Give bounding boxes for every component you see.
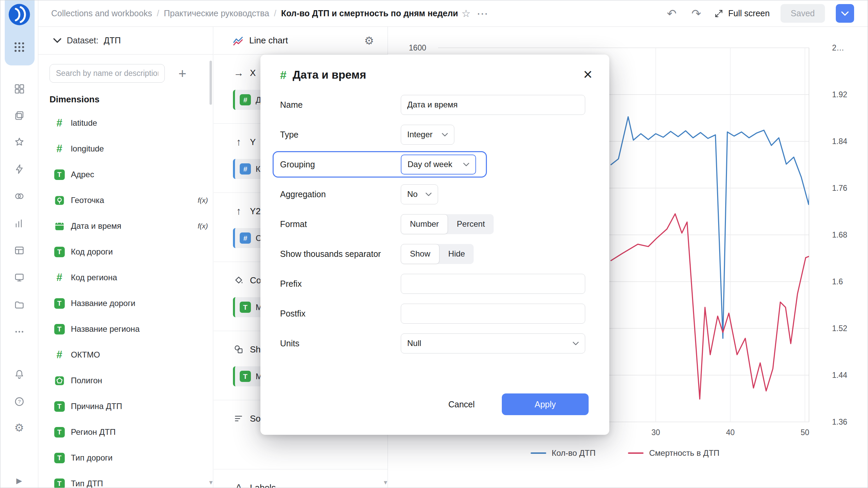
sidebar-item-apps-grid[interactable] — [11, 81, 27, 97]
axis-y-icon: ↑ — [233, 136, 244, 148]
dataset-field[interactable]: #longitude — [38, 136, 210, 162]
favorites-icon — [14, 137, 25, 147]
notifications-icon — [14, 369, 25, 380]
sidebar-item-functions[interactable] — [11, 161, 27, 177]
datasets-icon — [14, 191, 25, 202]
prefix-field[interactable] — [401, 274, 585, 294]
dataset-field[interactable]: #Код региона — [38, 265, 210, 290]
field-name: Код дороги — [71, 247, 113, 257]
field-name: latitude — [71, 118, 97, 128]
dataset-field[interactable]: TПричина ДТП — [38, 393, 210, 419]
sidebar-item-datasets[interactable] — [11, 188, 27, 204]
dataset-field[interactable]: Геоточкаf(x) — [38, 187, 210, 213]
field-name: Название дороги — [71, 299, 135, 308]
field-settings-dialog: # Дата и время × Name Type Integer Group… — [260, 55, 609, 435]
prefix-label: Prefix — [280, 279, 401, 289]
dataset-selector[interactable]: Dataset: ДТП — [38, 27, 213, 55]
redo-button[interactable]: ↷ — [689, 7, 703, 20]
section-label: X — [250, 68, 256, 78]
legend-item[interactable]: Кол-во ДТП — [531, 448, 595, 458]
prefix-row: Prefix — [280, 269, 589, 299]
storage-icon — [14, 299, 25, 310]
apps-menu-icon[interactable] — [13, 40, 26, 54]
chevron-down-icon — [442, 133, 448, 137]
chevron-down-icon — [573, 342, 579, 345]
field-name: Тип ДТП — [71, 479, 103, 488]
dataset-field[interactable]: TНазвание дороги — [38, 290, 210, 316]
sidebar-item-settings[interactable]: ⚙ — [11, 420, 27, 436]
apps-grid-icon — [14, 83, 25, 94]
chart-settings-gear-icon[interactable]: ⚙ — [362, 34, 376, 47]
text-field-icon: T — [53, 401, 65, 412]
separator-option-show[interactable]: Show — [401, 244, 439, 264]
sidebar-item-notifications[interactable] — [11, 366, 27, 383]
search-input[interactable] — [50, 64, 165, 83]
sidebar-item-help[interactable]: ? — [11, 393, 27, 410]
fullscreen-icon — [714, 9, 724, 18]
units-select[interactable]: Null — [401, 333, 585, 353]
undo-button[interactable]: ↶ — [665, 7, 679, 20]
functions-icon — [14, 164, 25, 175]
type-select[interactable]: Integer — [401, 125, 454, 145]
sidebar-item-tables[interactable] — [11, 242, 27, 259]
breadcrumb-item[interactable]: Collections and workbooks — [51, 8, 152, 18]
aggregation-select[interactable]: No — [401, 184, 438, 204]
save-dropdown-button[interactable] — [836, 4, 854, 23]
field-name: Название региона — [71, 324, 140, 334]
text-field-icon: T — [53, 298, 65, 309]
sidebar-item-dashboards[interactable] — [11, 269, 27, 286]
cancel-button[interactable]: Cancel — [446, 399, 477, 410]
dataset-field[interactable]: #latitude — [38, 110, 210, 136]
dataset-name[interactable]: ДТП — [104, 36, 121, 45]
axis-x-icon: → — [233, 67, 244, 79]
saved-button[interactable]: Saved — [781, 4, 825, 23]
format-row: Format Number Percent — [280, 209, 589, 239]
dataset-field[interactable]: Полигон — [38, 368, 210, 393]
dataset-field[interactable]: TТип дороги — [38, 445, 210, 471]
sidebar-item-collapse[interactable]: ▶ — [11, 473, 27, 488]
dataset-field[interactable]: TТип ДТП — [38, 471, 210, 488]
postfix-field[interactable] — [401, 304, 585, 324]
sidebar-item-storage[interactable] — [11, 297, 27, 313]
close-icon[interactable]: × — [581, 66, 594, 82]
chart-type-label[interactable]: Line chart — [249, 35, 288, 46]
name-field[interactable] — [401, 95, 585, 115]
chevron-down-icon — [841, 11, 849, 16]
datalens-logo[interactable] — [8, 3, 31, 27]
legend-item[interactable]: Смертность в ДТП — [628, 448, 719, 458]
sidebar-item-more[interactable] — [11, 324, 27, 340]
breadcrumb-item[interactable]: Кол-во ДТП и смертность по дням недели — [281, 8, 458, 18]
sidebar-item-workbooks[interactable] — [11, 107, 27, 124]
format-option-percent[interactable]: Percent — [448, 214, 494, 234]
add-field-button[interactable]: + — [175, 66, 190, 81]
scroll-down-icon[interactable]: ▾ — [209, 478, 213, 486]
number-field-icon: # — [240, 163, 251, 175]
format-option-number[interactable]: Number — [401, 214, 448, 234]
sidebar-scrollbar[interactable] — [210, 61, 212, 105]
svg-text:1.84: 1.84 — [832, 137, 847, 146]
svg-text:1.92: 1.92 — [832, 90, 847, 99]
separator-option-hide[interactable]: Hide — [439, 244, 474, 264]
dataset-field[interactable]: Дата и времяf(x) — [38, 213, 210, 239]
apply-button[interactable]: Apply — [502, 393, 589, 415]
aggregation-value: No — [407, 189, 418, 199]
dataset-field[interactable]: TАдрес — [38, 162, 210, 187]
dataset-field[interactable]: #ОКТМО — [38, 342, 210, 368]
dataset-field[interactable]: TКод дороги — [38, 239, 210, 265]
fullscreen-button[interactable]: Full screen — [714, 8, 770, 18]
field-name: Адрес — [71, 170, 94, 179]
svg-text:1.36: 1.36 — [832, 418, 847, 426]
sidebar-item-charts[interactable] — [11, 215, 27, 231]
charts-icon — [14, 218, 25, 229]
breadcrumb-item[interactable]: Практические руководства — [164, 8, 269, 18]
scroll-down-icon[interactable]: ▾ — [384, 478, 387, 486]
field-name: longitude — [71, 144, 104, 154]
grouping-select[interactable]: Day of week — [401, 155, 476, 175]
dataset-field[interactable]: TНазвание региона — [38, 316, 210, 342]
sidebar-item-favorites[interactable] — [11, 134, 27, 150]
dataset-field[interactable]: TРегион ДТП — [38, 419, 210, 445]
workbooks-icon — [14, 110, 25, 121]
favorite-star-icon[interactable]: ☆ — [461, 7, 471, 19]
svg-text:1.6: 1.6 — [832, 277, 843, 286]
section-label: Y2 — [250, 206, 261, 217]
